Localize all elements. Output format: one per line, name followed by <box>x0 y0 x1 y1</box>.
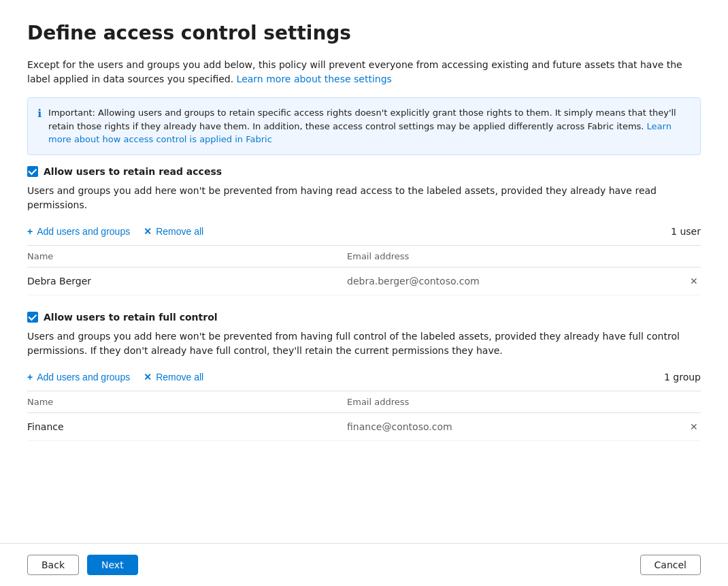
full-control-toolbar-left: + Add users and groups ✕ Remove all <box>27 369 203 385</box>
full-control-checkbox-row[interactable]: Allow users to retain full control <box>27 312 701 323</box>
read-access-action-header <box>667 251 701 261</box>
footer: Back Next Cancel <box>0 543 728 586</box>
remove-icon-2: ✕ <box>144 372 152 382</box>
info-box: ℹ Important: Allowing users and groups t… <box>27 97 701 155</box>
full-control-add-button[interactable]: + Add users and groups <box>27 369 130 385</box>
read-access-checkbox[interactable] <box>27 166 38 177</box>
learn-more-link[interactable]: Learn more about these settings <box>237 74 392 84</box>
full-control-remove-0: ✕ <box>667 420 701 434</box>
full-control-toolbar: + Add users and groups ✕ Remove all 1 gr… <box>27 369 701 391</box>
read-access-name-0: Debra Berger <box>27 276 347 287</box>
full-control-row-0: Finance finance@contoso.com ✕ <box>27 413 701 441</box>
read-access-add-button[interactable]: + Add users and groups <box>27 223 130 240</box>
cancel-button[interactable]: Cancel <box>640 555 701 575</box>
full-control-name-header: Name <box>27 397 347 407</box>
add-icon: + <box>27 226 33 237</box>
full-control-checkbox[interactable] <box>27 312 38 323</box>
info-text: Important: Allowing users and groups to … <box>48 106 691 146</box>
back-button[interactable]: Back <box>27 555 79 575</box>
read-access-name-header: Name <box>27 251 347 261</box>
remove-icon: ✕ <box>144 226 152 237</box>
read-access-email-0: debra.berger@contoso.com <box>347 276 667 287</box>
read-access-row-0: Debra Berger debra.berger@contoso.com ✕ <box>27 267 701 295</box>
full-control-email-header: Email address <box>347 397 667 407</box>
page-description: Except for the users and groups you add … <box>27 58 701 86</box>
full-control-remove-all-button[interactable]: ✕ Remove all <box>144 369 203 385</box>
read-access-count: 1 user <box>671 226 701 237</box>
add-icon-2: + <box>27 372 33 382</box>
full-control-action-header <box>667 397 701 407</box>
read-access-toolbar-left: + Add users and groups ✕ Remove all <box>27 223 203 240</box>
read-access-toolbar: + Add users and groups ✕ Remove all 1 us… <box>27 223 701 246</box>
read-access-checkbox-row[interactable]: Allow users to retain read access <box>27 166 701 177</box>
full-control-section: Allow users to retain full control Users… <box>27 312 701 441</box>
full-control-email-0: finance@contoso.com <box>347 421 667 432</box>
read-access-remove-0: ✕ <box>667 274 701 288</box>
full-control-description: Users and groups you add here won't be p… <box>27 329 701 358</box>
full-control-remove-button-0[interactable]: ✕ <box>687 420 701 434</box>
read-access-remove-button-0[interactable]: ✕ <box>687 274 701 288</box>
read-access-description: Users and groups you add here won't be p… <box>27 184 701 212</box>
next-button[interactable]: Next <box>87 555 138 575</box>
full-control-label: Allow users to retain full control <box>44 312 218 323</box>
full-control-count: 1 group <box>664 372 701 382</box>
full-control-table-header: Name Email address <box>27 391 701 413</box>
read-access-table-header: Name Email address <box>27 246 701 267</box>
read-access-remove-all-button[interactable]: ✕ Remove all <box>144 223 203 240</box>
page-title: Define access control settings <box>27 22 701 44</box>
read-access-email-header: Email address <box>347 251 667 261</box>
read-access-section: Allow users to retain read access Users … <box>27 166 701 295</box>
read-access-label: Allow users to retain read access <box>44 166 222 177</box>
footer-left: Back Next <box>27 555 138 575</box>
info-icon: ℹ <box>37 107 42 120</box>
full-control-name-0: Finance <box>27 421 347 432</box>
